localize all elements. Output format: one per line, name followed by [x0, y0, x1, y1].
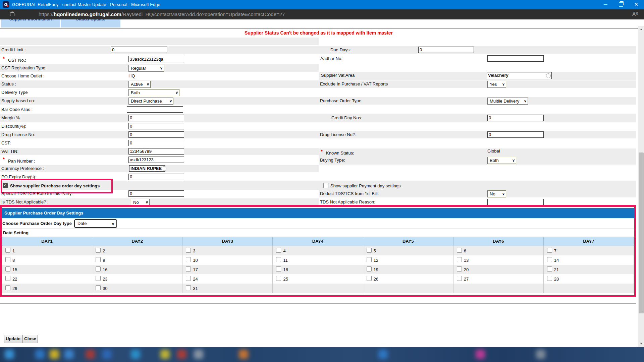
day-checkbox-14[interactable]: [547, 257, 552, 262]
day-checkbox-11[interactable]: [276, 257, 281, 262]
tab-supplier-information[interactable]: Supplier Information: [1, 19, 60, 27]
taskbar-app-icon[interactable]: [131, 350, 140, 359]
windows-taskbar[interactable]: [0, 347, 644, 362]
taskbar-app-icon[interactable]: [86, 350, 95, 359]
day-checkbox-13[interactable]: [457, 257, 462, 262]
close-window-button[interactable]: [629, 0, 644, 9]
restore-button[interactable]: [613, 0, 629, 9]
lookup-circle-icon[interactable]: [162, 166, 166, 171]
field-row-cst: CST:: [0, 139, 319, 147]
start-button-icon[interactable]: [5, 350, 14, 359]
discount-input[interactable]: [128, 123, 184, 129]
drug-license-no-label: Drug License No:: [1, 132, 35, 137]
day-checkbox-30[interactable]: [96, 285, 101, 290]
exclude-reports-select[interactable]: Yes: [487, 81, 506, 88]
day-checkbox-27[interactable]: [457, 276, 462, 281]
taskbar-app-icon[interactable]: [102, 350, 112, 359]
day-checkbox-20[interactable]: [457, 266, 462, 272]
aadhar-input[interactable]: [487, 55, 544, 62]
day-checkbox-2[interactable]: [96, 248, 101, 253]
currency-preference-box[interactable]: INDIAN RUPEE: [129, 165, 165, 172]
day-checkbox-18[interactable]: [276, 266, 281, 272]
scroll-up-arrow[interactable]: ▲: [638, 26, 644, 33]
taskbar-app-icon[interactable]: [476, 350, 485, 359]
required-asterisk: [321, 148, 323, 154]
close-button[interactable]: Close: [22, 335, 38, 343]
lookup-circle-icon[interactable]: [546, 73, 551, 78]
pan-number-input[interactable]: [128, 157, 184, 163]
day-checkbox-29[interactable]: [5, 285, 10, 290]
day-checkbox-12[interactable]: [367, 257, 372, 262]
po-expiry-input[interactable]: [128, 174, 184, 180]
is-tds-na-select[interactable]: No: [131, 199, 150, 206]
due-days-label: Due Days:: [330, 47, 351, 52]
day-checkbox-9[interactable]: [96, 257, 101, 262]
taskbar-app-icon[interactable]: [177, 350, 186, 359]
day-checkbox-15[interactable]: [5, 266, 10, 272]
status-select[interactable]: Active: [128, 81, 151, 88]
show-payment-day-checkbox[interactable]: [323, 183, 328, 188]
url-text[interactable]: https://hqonlinedemo.gofrugal.com/RayMed…: [39, 9, 285, 19]
credit-day-nos-input[interactable]: [487, 115, 544, 121]
delivery-type-select[interactable]: Both: [128, 89, 179, 96]
update-button[interactable]: Update: [4, 335, 22, 343]
taskbar-app-icon[interactable]: [239, 350, 248, 359]
buying-type-select[interactable]: Both: [487, 157, 516, 164]
margin-input[interactable]: [128, 115, 184, 121]
taskbar-app-icon[interactable]: [160, 350, 170, 359]
day-checkbox-25[interactable]: [276, 276, 281, 281]
day-checkbox-23[interactable]: [96, 276, 101, 281]
vat-tin-input[interactable]: [128, 148, 184, 155]
day-cell: 8: [2, 255, 92, 265]
day-checkbox-3[interactable]: [186, 248, 191, 253]
day-checkbox-4[interactable]: [276, 248, 281, 253]
tds-na-reason-input[interactable]: [487, 199, 544, 205]
field-row-vat-tin: VAT TIN:: [0, 148, 319, 155]
supply-based-on-select[interactable]: Direct Purchase: [128, 98, 173, 105]
day-checkbox-31[interactable]: [186, 285, 191, 290]
day-checkbox-24[interactable]: [186, 276, 191, 281]
minimize-button[interactable]: [598, 0, 613, 9]
gst-registration-type-select[interactable]: Regular: [128, 65, 164, 72]
day-checkbox-26[interactable]: [367, 276, 372, 281]
day-checkbox-19[interactable]: [367, 266, 372, 272]
day-checkbox-5[interactable]: [367, 248, 372, 253]
cst-input[interactable]: [128, 140, 184, 146]
day-checkbox-8[interactable]: [5, 257, 10, 262]
credit-limit-input[interactable]: [111, 47, 167, 53]
day-number-label: 4: [283, 248, 285, 253]
day-checkbox-22[interactable]: [5, 276, 10, 281]
purchase-order-type-select[interactable]: Multile Delivery: [487, 98, 528, 105]
gst-no-input[interactable]: [128, 56, 184, 62]
drug-license-no-input[interactable]: [128, 131, 184, 138]
day-cell: 16: [92, 265, 182, 274]
taskbar-app-icon[interactable]: [536, 350, 545, 359]
taskbar-app-icon[interactable]: [378, 350, 388, 359]
day-checkbox-10[interactable]: [186, 257, 191, 262]
read-aloud-icon[interactable]: A)): [632, 9, 638, 19]
supplier-vat-area-box[interactable]: Velachery: [487, 72, 552, 79]
po-day-type-select[interactable]: Date: [74, 219, 117, 228]
day-checkbox-7[interactable]: [547, 248, 552, 253]
vertical-scrollbar[interactable]: ▲ ▼: [638, 26, 644, 347]
deduct-tds-select[interactable]: No: [487, 190, 506, 197]
taskbar-app-icon[interactable]: [64, 350, 74, 359]
address-bar[interactable]: https://hqonlinedemo.gofrugal.com/RayMed…: [0, 9, 644, 19]
taskbar-app-icon[interactable]: [50, 350, 59, 359]
day-checkbox-17[interactable]: [186, 266, 191, 272]
drug-license-no2-input[interactable]: [487, 131, 544, 138]
bar-code-alias-input[interactable]: [127, 106, 183, 113]
tab-status-update[interactable]: Status Update: [61, 19, 120, 27]
lock-icon[interactable]: [10, 12, 14, 16]
day-checkbox-21[interactable]: [547, 266, 552, 272]
taskbar-app-icon[interactable]: [194, 350, 203, 359]
day-checkbox-1[interactable]: [5, 248, 10, 253]
special-tds-input[interactable]: [128, 190, 184, 197]
due-days-input[interactable]: [418, 47, 474, 53]
scrollbar-thumb[interactable]: [639, 153, 644, 313]
day-checkbox-6[interactable]: [457, 248, 462, 253]
day-checkbox-28[interactable]: [547, 276, 552, 281]
scroll-down-arrow[interactable]: ▼: [638, 340, 644, 347]
day-checkbox-16[interactable]: [96, 266, 101, 272]
taskbar-app-icon[interactable]: [35, 350, 45, 359]
